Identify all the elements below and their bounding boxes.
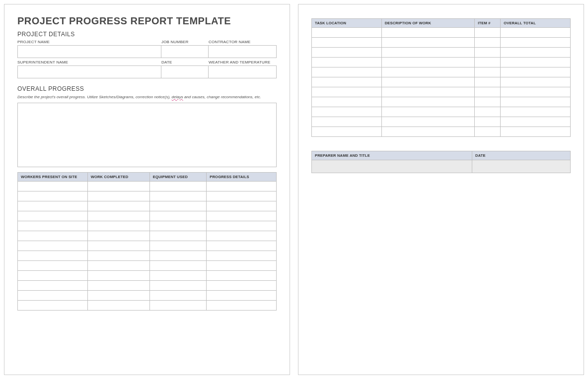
table-cell[interactable] [381, 58, 475, 67]
table-cell[interactable] [149, 211, 207, 221]
table-cell[interactable] [207, 182, 277, 191]
table-cell[interactable] [87, 221, 149, 231]
table-cell[interactable] [18, 281, 88, 291]
table-cell[interactable] [207, 291, 277, 301]
table-cell[interactable] [87, 301, 149, 311]
table-cell[interactable] [381, 48, 475, 58]
table-cell[interactable] [475, 87, 501, 97]
table-cell[interactable] [149, 201, 207, 211]
table-cell[interactable] [18, 231, 88, 241]
table-cell[interactable] [207, 251, 277, 261]
table-cell[interactable] [149, 271, 207, 281]
table-cell[interactable] [475, 67, 501, 77]
table-cell[interactable] [87, 191, 149, 201]
table-cell[interactable] [87, 201, 149, 211]
table-cell[interactable] [312, 97, 382, 107]
table-cell[interactable] [312, 87, 382, 97]
table-cell[interactable] [87, 182, 149, 191]
table-cell[interactable] [381, 117, 475, 127]
table-cell[interactable] [207, 271, 277, 281]
table-cell[interactable] [87, 261, 149, 271]
table-cell[interactable] [18, 191, 88, 201]
table-cell[interactable] [87, 291, 149, 301]
table-cell[interactable] [18, 221, 88, 231]
job-number-input[interactable] [161, 45, 209, 58]
table-cell[interactable] [312, 67, 382, 77]
table-cell[interactable] [18, 261, 88, 271]
table-cell[interactable] [475, 117, 501, 127]
table-cell[interactable] [501, 117, 571, 127]
table-cell[interactable] [475, 48, 501, 58]
table-cell[interactable] [149, 261, 207, 271]
table-cell[interactable] [18, 241, 88, 251]
table-cell[interactable] [87, 251, 149, 261]
table-cell[interactable] [207, 211, 277, 221]
table-cell[interactable] [207, 301, 277, 311]
table-cell[interactable] [501, 58, 571, 67]
table-cell[interactable] [149, 221, 207, 231]
table-cell[interactable] [207, 231, 277, 241]
table-cell[interactable] [475, 127, 501, 137]
table-cell[interactable] [149, 301, 207, 311]
table-cell[interactable] [87, 281, 149, 291]
table-cell[interactable] [312, 48, 382, 58]
table-cell[interactable] [207, 241, 277, 251]
table-cell[interactable] [381, 67, 475, 77]
table-cell[interactable] [207, 261, 277, 271]
table-cell[interactable] [501, 127, 571, 137]
table-cell[interactable] [501, 38, 571, 48]
table-cell[interactable] [501, 97, 571, 107]
table-cell[interactable] [475, 38, 501, 48]
table-cell[interactable] [149, 241, 207, 251]
date-input[interactable] [161, 65, 209, 78]
table-cell[interactable] [501, 28, 571, 38]
table-cell[interactable] [312, 28, 382, 38]
table-cell[interactable] [501, 67, 571, 77]
table-cell[interactable] [501, 48, 571, 58]
table-cell[interactable] [207, 281, 277, 291]
table-cell[interactable] [475, 107, 501, 117]
contractor-name-input[interactable] [209, 45, 277, 58]
table-cell[interactable] [381, 127, 475, 137]
table-cell[interactable] [18, 301, 88, 311]
table-cell[interactable] [501, 107, 571, 117]
table-cell[interactable] [18, 201, 88, 211]
weather-input[interactable] [209, 65, 277, 78]
table-cell[interactable] [18, 271, 88, 281]
table-cell[interactable] [501, 77, 571, 87]
superintendent-name-input[interactable] [17, 65, 161, 78]
overall-progress-input[interactable] [17, 103, 277, 167]
table-cell[interactable] [149, 182, 207, 191]
table-cell[interactable] [475, 28, 501, 38]
table-cell[interactable] [149, 191, 207, 201]
table-cell[interactable] [149, 281, 207, 291]
table-cell[interactable] [312, 107, 382, 117]
preparer-name-input[interactable] [312, 160, 472, 173]
table-cell[interactable] [381, 77, 475, 87]
table-cell[interactable] [312, 58, 382, 67]
table-cell[interactable] [18, 291, 88, 301]
table-cell[interactable] [381, 107, 475, 117]
table-cell[interactable] [475, 58, 501, 67]
table-cell[interactable] [312, 77, 382, 87]
table-cell[interactable] [381, 28, 475, 38]
preparer-date-input[interactable] [472, 160, 571, 173]
table-cell[interactable] [149, 231, 207, 241]
table-cell[interactable] [475, 97, 501, 107]
table-cell[interactable] [381, 38, 475, 48]
project-name-input[interactable] [17, 45, 161, 58]
table-cell[interactable] [87, 271, 149, 281]
table-cell[interactable] [207, 221, 277, 231]
table-cell[interactable] [18, 251, 88, 261]
table-cell[interactable] [149, 251, 207, 261]
table-cell[interactable] [207, 191, 277, 201]
table-cell[interactable] [18, 182, 88, 191]
table-cell[interactable] [312, 127, 382, 137]
table-cell[interactable] [87, 231, 149, 241]
table-cell[interactable] [381, 97, 475, 107]
table-cell[interactable] [149, 291, 207, 301]
table-cell[interactable] [475, 77, 501, 87]
table-cell[interactable] [207, 201, 277, 211]
table-cell[interactable] [381, 87, 475, 97]
table-cell[interactable] [87, 241, 149, 251]
